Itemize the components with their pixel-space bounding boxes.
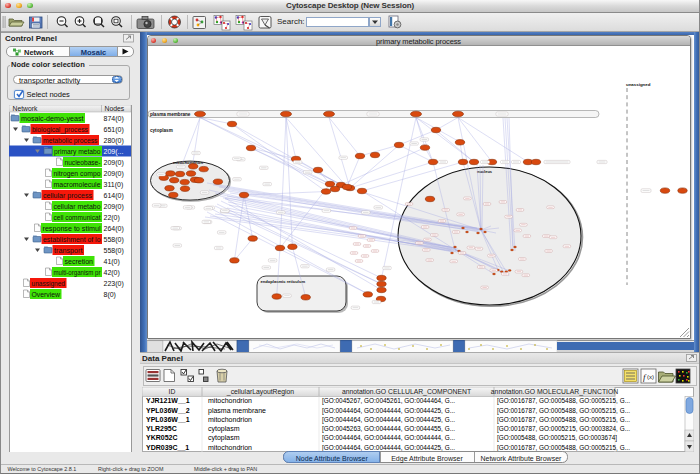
svg-text:response to stimul: response to stimul [43,225,101,233]
svg-text:plasma membrane: plasma membrane [150,112,191,117]
svg-text:42(0): 42(0) [104,269,120,277]
svg-text:[GO:0045267, GO:0045261, GO:00: [GO:0045267, GO:0045261, GO:0044464, G..… [322,397,455,405]
svg-text:Node Attribute Browser: Node Attribute Browser [296,455,369,462]
svg-text:Nodes: Nodes [105,105,125,112]
svg-text:(x): (x) [647,374,654,380]
svg-text:209(0): 209(0) [104,170,124,178]
svg-text:unassigned: unassigned [32,280,66,288]
svg-text:transport: transport [54,247,83,255]
svg-text:558(0): 558(0) [104,236,124,244]
svg-text:264(0): 264(0) [104,225,124,233]
svg-text:[GO:0016787, GO:0005488, GO:00: [GO:0016787, GO:0005488, GO:0005215, G..… [497,443,630,451]
svg-text:secretion: secretion [65,258,94,265]
svg-text:Right-click + drag to ZOOM: Right-click + drag to ZOOM [98,466,164,472]
svg-text:cellular metabo: cellular metabo [54,203,101,210]
svg-text:ID: ID [169,388,176,395]
svg-text:[GO:0016787, GO:0005488, GO:00: [GO:0016787, GO:0005488, GO:0005215, G..… [497,397,630,405]
svg-text:Middle-click + drag to PAN: Middle-click + drag to PAN [194,466,257,472]
svg-text:[GO:0044464, GO:0044444, GO:00: [GO:0044464, GO:0044444, GO:0044425, G..… [322,415,455,423]
svg-text:Search:: Search: [277,17,305,26]
svg-text:macromolecule: macromolecule [54,181,101,188]
svg-text:nucleus: nucleus [477,169,493,174]
svg-text:[GO:0044464, GO:0044444, GO:00: [GO:0044464, GO:0044444, GO:0044425, G..… [322,406,455,414]
svg-text:_cellularLayoutRegion: _cellularLayoutRegion [226,388,294,396]
svg-text:unassigned: unassigned [626,82,651,87]
svg-text:plasma membrane: plasma membrane [208,406,266,414]
svg-text:mitochondrion: mitochondrion [208,443,252,450]
svg-text:22(0): 22(0) [104,214,120,222]
svg-text:YJR121W__1: YJR121W__1 [146,397,190,404]
svg-text:cytoplasm: cytoplasm [208,434,240,442]
svg-text:[GO:0044464, GO:0044444, GO:00: [GO:0044464, GO:0044444, GO:0044444, G..… [322,434,455,442]
svg-text:cellular process: cellular process [43,192,92,200]
svg-text:mosaic-demo-yeast: mosaic-demo-yeast [21,115,84,123]
svg-text:endoplasmic reticulum: endoplasmic reticulum [261,279,306,284]
svg-text:establishment of lo: establishment of lo [43,236,101,243]
svg-text:[GO:0016787, GO:0005215, GO:00: [GO:0016787, GO:0005215, GO:0003824, G..… [497,425,630,433]
svg-text:primary metabo: primary metabo [54,148,101,156]
svg-text:mitochondrion: mitochondrion [173,160,203,165]
svg-text:nucleobase-: nucleobase- [65,159,102,166]
svg-text:[GO:0044464, GO:0044444, GO:00: [GO:0044464, GO:0044444, GO:0044425, G..… [322,443,455,451]
svg-text:biological_process: biological_process [32,126,88,134]
svg-text:annotation.GO CELLULAR_COMPONE: annotation.GO CELLULAR_COMPONENT [342,388,471,396]
svg-text:mitochondrion: mitochondrion [208,397,252,404]
svg-text:YPL036W__2: YPL036W__2 [146,406,190,413]
svg-text:614(0): 614(0) [104,192,124,200]
svg-text:cytoplasm: cytoplasm [208,425,240,433]
svg-text:YLR295C: YLR295C [146,425,177,432]
svg-text:874(0): 874(0) [104,115,124,123]
svg-text:Network Attribute Browser: Network Attribute Browser [480,455,562,462]
svg-text:209(0): 209(0) [104,159,124,167]
svg-text:[GO:0016787, GO:0005488, GO:00: [GO:0016787, GO:0005488, GO:0005215, G..… [497,406,630,414]
svg-text:annotation.GO MOLECULAR_FUNCTI: annotation.GO MOLECULAR_FUNCTION [491,388,618,396]
svg-text:280(0): 280(0) [104,137,124,145]
svg-text:[GO:0016787, GO:0005488, GO:00: [GO:0016787, GO:0005488, GO:0005215, G..… [497,415,630,423]
svg-text:41(0): 41(0) [104,258,120,266]
svg-text:[GO:0045263, GO:0044444, GO:00: [GO:0045263, GO:0044444, GO:0044455, G..… [322,425,455,433]
svg-text:223(0): 223(0) [104,280,124,288]
svg-text:mitochondrion: mitochondrion [208,415,252,422]
svg-text:651(0): 651(0) [104,126,124,134]
svg-text:209(0): 209(0) [104,203,124,211]
svg-text:nitrogen compo: nitrogen compo [54,170,101,178]
svg-text:Edge Attribute Browser: Edge Attribute Browser [391,455,463,463]
svg-text:209(...: 209(... [104,148,124,156]
svg-text:311(0): 311(0) [104,181,124,189]
svg-text:YDR039C__1: YDR039C__1 [146,443,189,450]
svg-text:Overview: Overview [32,291,61,298]
svg-text:8(0): 8(0) [104,291,116,299]
svg-text:multi-organism pr: multi-organism pr [54,269,102,277]
svg-text:558(0): 558(0) [104,247,124,255]
svg-text:[GO:0005488, GO:0005215, GO:00: [GO:0005488, GO:0005215, GO:0003674] [497,434,617,442]
svg-text:cell communicat: cell communicat [54,214,101,221]
svg-text:YPL036W__1: YPL036W__1 [146,415,190,422]
svg-text:YKR052C: YKR052C [146,434,178,441]
svg-text:Welcome to Cytoscape 2.8.1: Welcome to Cytoscape 2.8.1 [8,466,77,472]
svg-text:Network: Network [13,105,39,112]
svg-text:cytoplasm: cytoplasm [150,128,173,133]
svg-text:metabolic process: metabolic process [43,137,98,145]
